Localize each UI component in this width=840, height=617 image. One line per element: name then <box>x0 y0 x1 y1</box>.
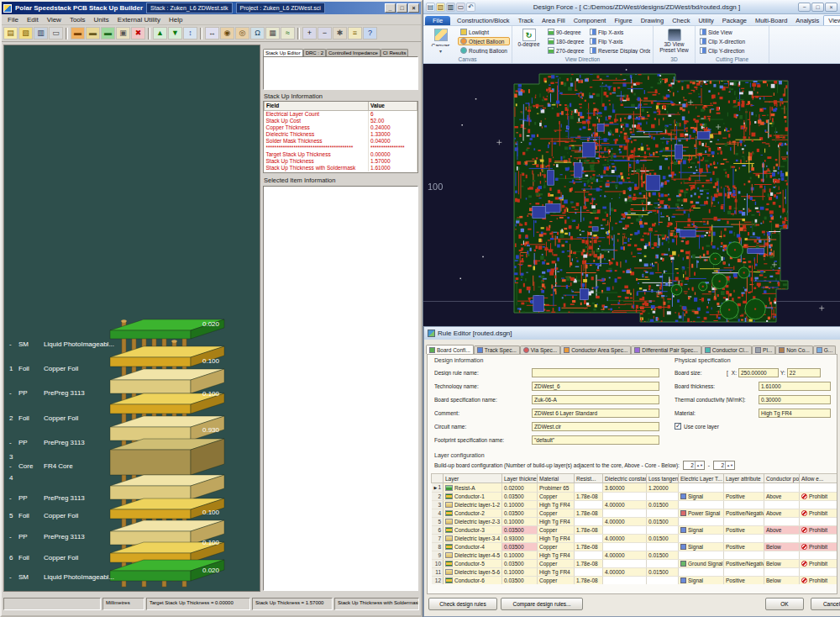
layer-row[interactable]: 12 Conductor-6 0.03500 Copper 1.78e-08 S… <box>432 577 837 585</box>
report-icon[interactable]: ≡ <box>348 27 362 40</box>
buildup-below-spinner[interactable]: 2▲▼ <box>713 461 735 470</box>
layer-row[interactable]: 7 Dielectric layer-3-4 0.93000 High Tg F… <box>432 535 837 543</box>
info-row[interactable]: Stack Up Cost52.00 <box>265 118 417 124</box>
cell-allow[interactable]: Prohibit <box>800 493 837 501</box>
text-field[interactable]: ZDWest.cir <box>532 422 659 431</box>
info-row[interactable]: ****************************************… <box>265 145 417 151</box>
rotate-0-button[interactable]: ↻ 0-degree <box>514 28 543 55</box>
cell-layer-attribute[interactable] <box>724 483 764 493</box>
minimize-button[interactable]: _ <box>385 3 396 13</box>
cell-layer-attribute[interactable] <box>724 535 764 543</box>
cell-material[interactable]: High Tg FR4 <box>538 501 575 509</box>
add-copper-layer-icon[interactable]: ▬ <box>71 27 85 40</box>
cell-layer[interactable]: Conductor-5 <box>444 560 502 568</box>
new-stack-icon[interactable]: ▤ <box>3 27 18 40</box>
info-row[interactable]: Electrical Layer Count6 <box>265 110 417 118</box>
rule-editor-titlebar[interactable]: Rule Editor [routed.dsgn] <box>424 327 840 340</box>
cell-dielectric-constant[interactable]: 3.60000 <box>603 483 647 493</box>
df-maximize-button[interactable]: □ <box>811 3 824 12</box>
cell-resistivity[interactable]: 1.78e-08 <box>575 577 603 585</box>
ribbon-button[interactable]: 180-degree <box>545 37 585 45</box>
spinner-arrows-icon[interactable]: ▲▼ <box>725 461 734 469</box>
cell-allow[interactable]: Prohibit <box>800 543 837 551</box>
ribbon-button[interactable]: 90-degree <box>545 28 585 36</box>
cell-material[interactable]: Copper <box>538 560 575 568</box>
ribbon-tab[interactable]: Multi-Board <box>751 16 791 25</box>
df-close-button[interactable]: × <box>825 3 837 12</box>
ribbon-button[interactable]: Reverse Display Order <box>587 46 651 55</box>
cell-dielectric-constant[interactable] <box>603 526 647 535</box>
cell-resistivity[interactable] <box>575 551 603 560</box>
add-dielectric-layer-icon[interactable]: ▬ <box>86 27 100 40</box>
cell-conductor-position[interactable]: Above <box>764 526 800 535</box>
cell-loss-tangent[interactable] <box>647 526 679 535</box>
cell-electric-layer-type[interactable]: Signal <box>679 577 724 585</box>
ribbon-tab[interactable]: Component <box>570 16 611 25</box>
ribbon-button[interactable]: Flip Y-axis <box>587 37 651 45</box>
panel-tab[interactable]: Stack Up Editor <box>263 49 303 56</box>
ribbon-tab[interactable]: Package <box>718 16 751 25</box>
column-header[interactable]: Allow e... <box>800 474 837 483</box>
cell-conductor-position[interactable] <box>764 568 800 577</box>
cell-resistivity[interactable] <box>575 518 603 526</box>
cell-electric-layer-type[interactable] <box>679 568 724 577</box>
cell-electric-layer-type[interactable] <box>679 483 724 493</box>
toolbar-icon[interactable] <box>66 28 68 40</box>
ribbon-button[interactable]: Flip X-axis <box>587 28 651 36</box>
new-design-icon[interactable]: ▤ <box>426 3 435 12</box>
menu-item[interactable]: Tools <box>66 16 90 24</box>
zoom-in-icon[interactable]: + <box>302 27 317 40</box>
add-soldermask-layer-icon[interactable]: ▬ <box>101 27 115 40</box>
cell-conductor-position[interactable] <box>764 535 800 543</box>
cell-layer-attribute[interactable] <box>724 551 764 560</box>
cell-material[interactable]: High Tg FR4 <box>538 551 575 560</box>
open-design-icon[interactable]: ▧ <box>436 3 445 12</box>
ribbon-toggle-button[interactable]: Routing Balloon <box>458 46 510 55</box>
designforce-titlebar[interactable]: ▤▧▥▭↶ Design Force - [ C:/Demos/ZDWest/d… <box>423 0 840 14</box>
cell-layer[interactable]: Conductor-4 <box>444 543 502 551</box>
stackup-canvas[interactable]: -SMLiquid PhotoImageabl...1FoilCopper Fo… <box>3 45 260 592</box>
cell-layer-thickness[interactable]: 0.03500 <box>502 543 538 551</box>
cell-material[interactable]: Copper <box>538 526 575 535</box>
ribbon-tab[interactable]: View <box>823 15 840 25</box>
cell-layer-thickness[interactable]: 0.03500 <box>502 526 538 535</box>
cell-layer-thickness[interactable]: 0.03500 <box>502 560 538 568</box>
info-value-header[interactable]: Value <box>369 102 417 110</box>
ribbon-tab[interactable]: Analysis <box>791 16 823 25</box>
buildup-above-spinner[interactable]: 2▲▼ <box>683 461 705 470</box>
print-icon[interactable]: ▭ <box>49 27 63 40</box>
ribbon-tab[interactable]: Check <box>668 16 694 25</box>
cell-layer[interactable]: Conductor-6 <box>444 577 502 585</box>
cell-resistivity[interactable] <box>575 501 603 509</box>
column-header[interactable]: Material <box>538 474 575 483</box>
rule-editor-tab[interactable]: Differential Pair Spec... <box>631 345 701 354</box>
cell-material[interactable]: High Tg FR4 <box>538 568 575 577</box>
cell-allow[interactable] <box>800 483 837 493</box>
cell-conductor-position[interactable] <box>764 483 800 493</box>
rule-editor-tab[interactable]: Pl... <box>752 345 775 354</box>
cell-layer[interactable]: Conductor-1 <box>444 493 502 501</box>
drill-tool-icon[interactable]: ◉ <box>220 27 234 40</box>
cell-electric-layer-type[interactable] <box>679 518 724 526</box>
cell-electric-layer-type[interactable]: Signal <box>679 543 724 551</box>
info-row[interactable]: Solder Mask Thickness0.04000 <box>265 138 417 145</box>
ribbon-tab[interactable]: Drawing <box>637 16 669 25</box>
cell-conductor-position[interactable]: Above <box>764 493 800 501</box>
cell-electric-layer-type[interactable] <box>679 551 724 560</box>
cell-material[interactable]: High Tg FR4 <box>538 518 575 526</box>
ribbon-button[interactable]: Side View <box>697 28 748 36</box>
cell-dielectric-constant[interactable] <box>603 509 647 518</box>
undo-icon[interactable]: ↶ <box>466 3 475 12</box>
text-field[interactable]: 1.61000 <box>759 382 831 391</box>
cell-resistivity[interactable] <box>575 535 603 543</box>
save-stack-icon[interactable]: ▥ <box>34 27 48 40</box>
close-button[interactable]: × <box>408 3 419 13</box>
panel-tab[interactable]: DRC : 2 <box>303 49 326 56</box>
spinner-arrows-icon[interactable]: ▲▼ <box>695 461 704 469</box>
menu-item[interactable]: External Utility <box>113 16 165 24</box>
check-design-rules-button[interactable]: Check design rules <box>428 598 497 610</box>
menu-item[interactable]: Units <box>90 16 113 24</box>
layer-row[interactable]: 8 Conductor-4 0.03500 Copper 1.78e-08 Si… <box>432 543 837 551</box>
cell-layer-attribute[interactable]: Positive <box>724 577 764 585</box>
cell-loss-tangent[interactable]: 0.01500 <box>647 535 679 543</box>
